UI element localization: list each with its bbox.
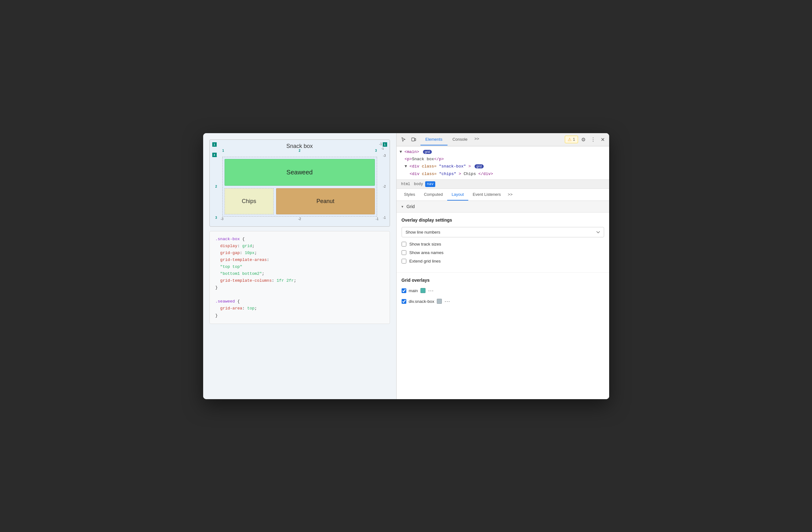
code-line-3: grid-gap: 10px; bbox=[215, 250, 384, 256]
device-tool-button[interactable] bbox=[409, 135, 418, 143]
show-track-sizes-label[interactable]: Show track sizes bbox=[409, 242, 441, 247]
corner-tr: 1 bbox=[383, 142, 387, 147]
overlay-settings-title: Overlay display settings bbox=[402, 218, 604, 223]
extend-grid-lines-label[interactable]: Extend grid lines bbox=[409, 259, 441, 264]
show-line-numbers-dropdown[interactable]: Show line numbers Show track sizes Show … bbox=[402, 227, 604, 237]
browser-window: Snack box 1 2 3 -1 1 2 3 -3 bbox=[203, 133, 609, 399]
tab-styles[interactable]: Styles bbox=[400, 189, 420, 200]
overlay-snack-checkbox[interactable] bbox=[402, 299, 406, 304]
breadcrumb-body[interactable]: body bbox=[412, 181, 424, 187]
more-button[interactable]: ⋮ bbox=[589, 135, 597, 144]
code-section: .snack-box { display: grid; grid-gap: 10… bbox=[209, 231, 390, 324]
tab-elements[interactable]: Elements bbox=[420, 134, 448, 145]
tab-computed[interactable]: Computed bbox=[420, 189, 447, 200]
code-line-9: .seaweed { bbox=[215, 298, 384, 305]
dom-attr-class-name: class= bbox=[422, 164, 436, 169]
side-num-neg3: -3 bbox=[383, 154, 386, 157]
devtools-more-tabs[interactable]: >> bbox=[472, 134, 481, 145]
grid-overlays-title: Grid overlays bbox=[402, 278, 604, 283]
show-area-names-label[interactable]: Show area names bbox=[409, 250, 444, 255]
grid-section-header[interactable]: ▼ Grid bbox=[396, 201, 609, 212]
show-area-names-checkbox[interactable] bbox=[402, 250, 406, 255]
grid-num-neg1-tr: -1 bbox=[381, 147, 384, 150]
warning-badge[interactable]: ⚠ 1 bbox=[565, 136, 578, 143]
overlay-main-grid-icon[interactable]: ⋯ bbox=[428, 287, 434, 294]
dom-text-chips: Chips bbox=[464, 171, 476, 176]
grid-num-bot-neg2: -2 bbox=[298, 217, 301, 221]
code-line-1: .snack-box { bbox=[215, 236, 384, 243]
dom-line-div-chips[interactable]: <div class= "chips" > Chips </div> bbox=[400, 170, 606, 178]
grid-num-bot-neg3: -3 bbox=[221, 217, 223, 221]
overlay-main-color[interactable] bbox=[420, 288, 425, 293]
overlay-snack-color[interactable] bbox=[437, 299, 442, 304]
overlay-snack-grid-icon[interactable]: ⋯ bbox=[444, 298, 450, 305]
code-line-6: "bottom1 bottom2"; bbox=[215, 270, 384, 277]
dom-triangle-main: ▼ bbox=[400, 150, 405, 154]
overlay-row-main: main ⋯ bbox=[402, 287, 604, 294]
warning-icon: ⚠ bbox=[568, 137, 572, 142]
show-track-sizes-checkbox[interactable] bbox=[402, 242, 406, 247]
svg-rect-0 bbox=[412, 138, 415, 141]
overlay-snack-label[interactable]: div.snack-box bbox=[409, 299, 435, 304]
side-num-3: 3 bbox=[215, 216, 217, 220]
code-line-10: grid-area: top; bbox=[215, 305, 384, 312]
cursor-tool-button[interactable] bbox=[399, 135, 408, 143]
dom-tag-p-close: </p> bbox=[434, 157, 444, 162]
extend-grid-lines-checkbox[interactable] bbox=[402, 259, 406, 264]
side-num-2: 2 bbox=[215, 185, 217, 188]
tab-layout[interactable]: Layout bbox=[447, 189, 468, 200]
devtools-tabs: Elements Console >> bbox=[420, 134, 564, 145]
side-num-neg2: -2 bbox=[383, 185, 386, 188]
grid-overlays-section: Grid overlays main ⋯ div.snack-box ⋯ bbox=[396, 272, 609, 313]
code-line-5: "top top" bbox=[215, 264, 384, 270]
overlay-row-snack-box: div.snack-box ⋯ bbox=[402, 298, 604, 305]
dom-text-p: Snack box bbox=[412, 157, 434, 162]
grid-num-top-2: 2 bbox=[297, 149, 302, 152]
dom-attr-class-val: "snack-box" bbox=[439, 164, 466, 169]
cell-peanut: Peanut bbox=[276, 188, 375, 214]
dom-tag-chips-close: </div> bbox=[478, 171, 493, 176]
close-icon: ✕ bbox=[601, 137, 605, 143]
left-panel: Snack box 1 2 3 -1 1 2 3 -3 bbox=[203, 133, 396, 399]
dom-attr-chips-val: "chips" bbox=[439, 171, 456, 176]
grid-section-label: Grid bbox=[406, 204, 415, 209]
dom-tag-main: <main> bbox=[404, 150, 419, 154]
dom-triangle-snack: ▼ bbox=[405, 164, 410, 169]
devtools-header: Elements Console >> ⚠ 1 ⚙ ⋮ ✕ bbox=[396, 133, 609, 146]
dom-tag-p: <p> bbox=[405, 157, 412, 162]
grid-num-top-1: 1 bbox=[221, 149, 226, 152]
dom-line-main[interactable]: ▼ <main> grid bbox=[400, 148, 606, 155]
grid-demo: Snack box 1 2 3 -1 1 2 3 -3 bbox=[209, 139, 390, 227]
panel-tabs: Styles Computed Layout Event Listeners >… bbox=[396, 189, 609, 201]
warning-count: 1 bbox=[573, 137, 575, 142]
grid-num-top-3: 3 bbox=[374, 149, 379, 152]
corner-tr-neg1: -1 bbox=[379, 142, 382, 146]
code-line-2: display: grid; bbox=[215, 243, 384, 250]
dom-line-div-snack[interactable]: ▼ <div class= "snack-box" > grid bbox=[400, 163, 606, 170]
show-track-sizes-row: Show track sizes bbox=[402, 242, 604, 247]
settings-icon: ⚙ bbox=[581, 137, 585, 143]
dom-attr-chips-class: class= bbox=[422, 171, 437, 176]
tab-event-listeners[interactable]: Event Listeners bbox=[468, 189, 505, 200]
code-line-4: grid-template-areas: bbox=[215, 256, 384, 264]
grid-title: Snack box bbox=[213, 143, 387, 150]
corner-bl: 3 bbox=[212, 153, 217, 157]
svg-rect-1 bbox=[415, 139, 416, 141]
breadcrumb: html body nav bbox=[396, 180, 609, 189]
device-icon bbox=[411, 137, 416, 142]
overlay-main-checkbox[interactable] bbox=[402, 288, 406, 293]
code-line-11: } bbox=[215, 312, 384, 319]
extend-grid-lines-row: Extend grid lines bbox=[402, 259, 604, 264]
grid-num-bot-neg1: -1 bbox=[376, 217, 379, 221]
close-button[interactable]: ✕ bbox=[599, 135, 607, 144]
tab-console[interactable]: Console bbox=[448, 134, 473, 145]
panel-tab-more[interactable]: >> bbox=[505, 189, 515, 200]
breadcrumb-nav[interactable]: nav bbox=[425, 181, 435, 187]
dom-line-p[interactable]: <p>Snack box</p> bbox=[400, 155, 606, 163]
corner-tl: 1 bbox=[212, 142, 217, 147]
settings-button[interactable]: ⚙ bbox=[579, 135, 588, 144]
breadcrumb-html[interactable]: html bbox=[400, 181, 412, 187]
cell-seaweed: Seaweed bbox=[224, 159, 375, 186]
overlay-main-label[interactable]: main bbox=[409, 288, 418, 293]
code-line-blank bbox=[215, 291, 384, 298]
